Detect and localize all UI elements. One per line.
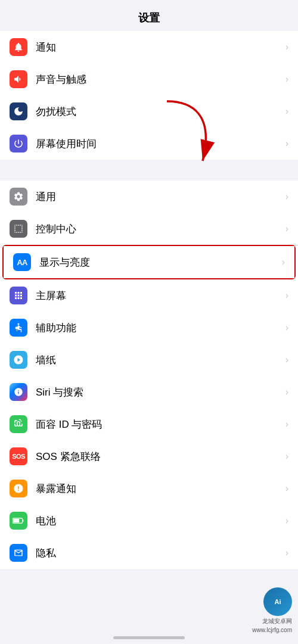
sos-label: SOS 紧急联络 — [36, 450, 281, 463]
sound-chevron: › — [285, 74, 288, 85]
settings-row-privacy[interactable]: 隐私 › — [0, 537, 298, 569]
screentime-label: 屏幕使用时间 — [36, 137, 281, 151]
accessibility-chevron: › — [285, 322, 288, 333]
svg-point-1 — [18, 323, 20, 325]
exposure-icon — [10, 480, 27, 497]
settings-group-1: 通知 › 声音与触感 › 勿扰模式 › 屏幕使用时间 › — [0, 31, 298, 160]
settings-row-sound[interactable]: 声音与触感 › — [0, 63, 298, 95]
settings-row-siri[interactable]: Siri 与搜索 › — [0, 376, 298, 408]
settings-row-exposure[interactable]: 暴露通知 › — [0, 472, 298, 505]
settings-row-notifications[interactable]: 通知 › — [0, 31, 298, 63]
notifications-label: 通知 — [36, 41, 281, 54]
display-label: 显示与亮度 — [39, 256, 277, 269]
settings-row-homescreen[interactable]: 主屏幕 › — [0, 279, 298, 312]
settings-row-controlcenter[interactable]: 控制中心 › — [0, 213, 298, 245]
faceid-label: 面容 ID 与密码 — [36, 418, 281, 431]
watermark-url: www.lcjrfg.com — [252, 627, 292, 633]
controlcenter-label: 控制中心 — [36, 222, 281, 236]
settings-row-sos[interactable]: SOS SOS 紧急联络 › — [0, 440, 298, 472]
faceid-chevron: › — [285, 419, 288, 430]
settings-row-faceid[interactable]: 面容 ID 与密码 › — [0, 408, 298, 440]
faceid-icon — [10, 415, 27, 433]
settings-row-screentime[interactable]: 屏幕使用时间 › — [0, 127, 298, 160]
controlcenter-chevron: › — [285, 223, 288, 234]
siri-label: Siri 与搜索 — [36, 385, 281, 399]
general-icon — [10, 188, 27, 206]
settings-row-general[interactable]: 通用 › — [0, 181, 298, 213]
settings-row-display[interactable]: AA 显示与亮度 › — [4, 246, 294, 278]
accessibility-label: 辅助功能 — [36, 321, 281, 335]
watermark-logo-text: Ai — [275, 598, 281, 605]
page-title: 设置 — [0, 0, 298, 31]
wallpaper-chevron: › — [285, 354, 288, 365]
controlcenter-icon — [10, 220, 27, 238]
privacy-icon — [10, 544, 27, 562]
svg-rect-3 — [23, 519, 24, 522]
group-spacer-1 — [0, 160, 298, 181]
privacy-label: 隐私 — [36, 546, 281, 560]
wallpaper-icon — [10, 351, 27, 369]
notifications-chevron: › — [285, 42, 288, 52]
battery-icon — [10, 512, 27, 530]
donotdisturb-icon — [10, 102, 27, 120]
settings-row-accessibility[interactable]: 辅助功能 › — [0, 312, 298, 344]
watermark-site: 龙城安卓网 — [262, 617, 292, 626]
siri-chevron: › — [285, 387, 288, 397]
display-icon: AA — [13, 253, 31, 271]
donotdisturb-chevron: › — [285, 106, 288, 117]
display-chevron: › — [282, 257, 285, 267]
screentime-chevron: › — [285, 138, 288, 149]
homescreen-chevron: › — [285, 290, 288, 301]
accessibility-icon — [10, 319, 27, 337]
wallpaper-label: 墙纸 — [36, 353, 281, 367]
privacy-chevron: › — [285, 547, 288, 558]
watermark-logo: Ai — [263, 587, 292, 616]
homescreen-icon — [10, 287, 27, 304]
settings-row-wallpaper[interactable]: 墙纸 › — [0, 344, 298, 376]
sos-chevron: › — [285, 451, 288, 462]
general-label: 通用 — [36, 190, 281, 204]
exposure-label: 暴露通知 — [36, 482, 281, 496]
display-brightness-highlighted: AA 显示与亮度 › — [2, 245, 296, 279]
home-indicator — [113, 636, 185, 639]
notifications-icon — [10, 38, 27, 56]
donotdisturb-label: 勿扰模式 — [36, 105, 281, 119]
homescreen-label: 主屏幕 — [36, 289, 281, 303]
battery-chevron: › — [285, 515, 288, 526]
sound-label: 声音与触感 — [36, 73, 281, 86]
general-chevron: › — [285, 191, 288, 202]
settings-row-donotdisturb[interactable]: 勿扰模式 › — [0, 95, 298, 127]
watermark: Ai 龙城安卓网 www.lcjrfg.com — [252, 587, 292, 633]
screentime-icon — [10, 135, 27, 153]
exposure-chevron: › — [285, 483, 288, 494]
settings-group-2: 通用 › 控制中心 › AA 显示与亮度 › 主屏幕 › 辅助功能 › — [0, 181, 298, 569]
svg-rect-4 — [13, 519, 19, 522]
battery-label: 电池 — [36, 514, 281, 528]
sound-icon — [10, 70, 27, 88]
sos-icon: SOS — [10, 447, 27, 465]
settings-row-battery[interactable]: 电池 › — [0, 505, 298, 537]
siri-icon — [10, 383, 27, 401]
